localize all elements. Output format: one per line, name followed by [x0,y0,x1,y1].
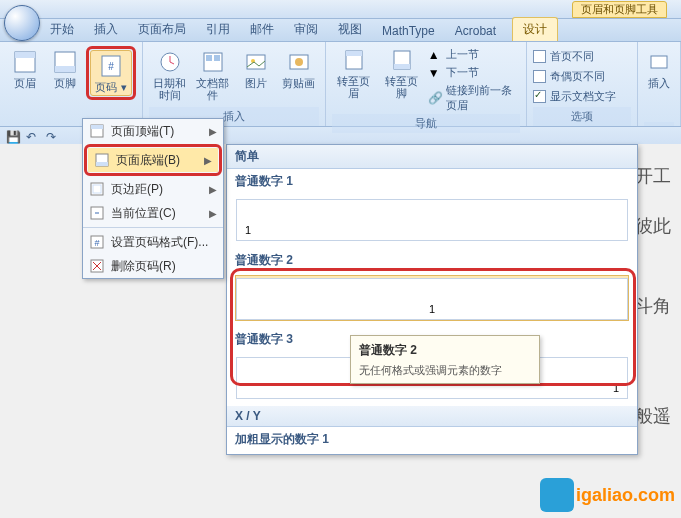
page-number-label: 页码 ▾ [95,81,126,93]
menu-current-position[interactable]: 当前位置(C)▶ [83,201,223,225]
gallery-tooltip: 普通数字 2 无任何格式或强调元素的数字 [350,335,540,384]
tab-acrobat[interactable]: Acrobat [445,21,506,41]
header-icon [12,49,38,75]
header-label: 页眉 [14,77,36,89]
gallery-item-label: 加粗显示的数字 1 [227,427,637,454]
checkbox-icon [533,70,546,83]
insert-alignment-button[interactable]: 插入 [644,46,674,92]
redo-icon[interactable]: ↷ [46,130,60,144]
gallery-item-label: 普通数字 2 [227,248,637,275]
footer-label: 页脚 [54,77,76,89]
tab-mailings[interactable]: 邮件 [240,18,284,41]
clipart-button[interactable]: 剪贴画 [278,46,319,104]
menu-page-top[interactable]: 页面顶端(T)▶ [83,119,223,143]
svg-rect-19 [394,64,410,69]
gallery-section-simple: 简单 [227,145,637,169]
link-icon: 🔗 [428,91,442,105]
doc-text: 般遥 [635,404,671,428]
show-doc-text-checkbox[interactable]: 显示文档文字 [533,88,631,105]
up-arrow-icon: ▲ [428,48,442,62]
checkbox-icon [533,50,546,63]
tab-design[interactable]: 设计 [512,17,558,41]
menu-page-margins[interactable]: 页边距(P)▶ [83,177,223,201]
goto-header-icon [341,47,367,73]
quickparts-label: 文档部件 [194,77,231,101]
tab-icon [646,49,672,75]
parts-icon [200,49,226,75]
ribbon-tabs: 开始 插入 页面布局 引用 邮件 审阅 视图 MathType Acrobat … [0,19,681,42]
chevron-right-icon: ▶ [209,208,217,219]
goto-footer-label: 转至页脚 [382,75,422,99]
quickparts-button[interactable]: 文档部件 [192,46,233,104]
menu-format-page-number[interactable]: # 设置页码格式(F)... [83,230,223,254]
tab-layout[interactable]: 页面布局 [128,18,196,41]
prev-section-button[interactable]: ▲上一节 [428,46,520,63]
gallery-item-label: 普通数字 1 [227,169,637,196]
svg-rect-3 [55,66,75,72]
svg-rect-24 [96,162,108,166]
insert-tab-label: 插入 [648,77,670,89]
tooltip-title: 普通数字 2 [359,342,531,359]
format-icon: # [89,234,105,250]
watermark-icon [540,478,574,512]
datetime-button[interactable]: 日期和时间 [149,46,190,104]
office-button[interactable] [4,5,40,41]
goto-header-label: 转至页眉 [334,75,374,99]
link-previous-button[interactable]: 🔗链接到前一条页眉 [428,82,520,114]
chevron-right-icon: ▶ [209,126,217,137]
watermark-text: igaliao.com [576,485,675,506]
picture-label: 图片 [245,77,267,89]
save-icon[interactable]: 💾 [6,130,20,144]
contextual-tab-title: 页眉和页脚工具 [572,1,667,18]
svg-point-15 [295,58,303,66]
tab-review[interactable]: 审阅 [284,18,328,41]
svg-rect-10 [206,55,212,61]
page-bottom-icon [94,152,110,168]
remove-icon [89,258,105,274]
tab-home[interactable]: 开始 [40,18,84,41]
datetime-label: 日期和时间 [151,77,188,101]
tab-view[interactable]: 视图 [328,18,372,41]
chevron-right-icon: ▶ [209,184,217,195]
group-label-nav: 导航 [332,114,520,133]
header-button[interactable]: 页眉 [6,46,44,100]
margins-icon [89,181,105,197]
tab-mathtype[interactable]: MathType [372,21,445,41]
goto-header-button[interactable]: 转至页眉 [332,44,376,114]
tab-references[interactable]: 引用 [196,18,240,41]
goto-footer-button[interactable]: 转至页脚 [380,44,424,114]
page-top-icon [89,123,105,139]
menu-page-bottom[interactable]: 页面底端(B)▶ [88,148,218,172]
picture-icon [243,49,269,75]
page-number-menu: 页面顶端(T)▶ 页面底端(B)▶ 页边距(P)▶ 当前位置(C)▶ # 设置页… [82,118,224,279]
undo-icon[interactable]: ↶ [26,130,40,144]
tab-insert[interactable]: 插入 [84,18,128,41]
odd-even-diff-checkbox[interactable]: 奇偶页不同 [533,68,631,85]
group-label-pos [644,122,674,126]
svg-rect-12 [247,55,265,69]
clipart-label: 剪贴画 [282,77,315,89]
tooltip-body: 无任何格式或强调元素的数字 [359,363,531,377]
group-label-options: 选项 [533,107,631,126]
gallery-section-xy: X / Y [227,406,637,427]
checkbox-checked-icon [533,90,546,103]
next-section-button[interactable]: ▼下一节 [428,64,520,81]
clock-icon [157,49,183,75]
gallery-item-plain1[interactable]: 1 [235,196,629,242]
cursor-icon [89,205,105,221]
menu-remove-page-number[interactable]: 删除页码(R) [83,254,223,278]
footer-icon [52,49,78,75]
picture-button[interactable]: 图片 [235,46,276,104]
clipart-icon [286,49,312,75]
down-arrow-icon: ▼ [428,66,442,80]
svg-rect-11 [214,55,220,61]
svg-text:#: # [94,238,99,248]
footer-button[interactable]: 页脚 [46,46,84,100]
page-number-button[interactable]: # 页码 ▾ [90,50,132,96]
gallery-item-plain2[interactable]: 1 [235,275,629,321]
ribbon-body: 页眉 页脚 # 页码 ▾ 页眉和页脚 日期和时间 文档部件 [0,42,681,127]
svg-rect-1 [15,52,35,58]
first-page-diff-checkbox[interactable]: 首页不同 [533,48,631,65]
page-number-gallery: 简单 普通数字 1 1 普通数字 2 1 普通数字 3 1 X / Y 加粗显示… [226,144,638,455]
svg-rect-17 [346,51,362,56]
